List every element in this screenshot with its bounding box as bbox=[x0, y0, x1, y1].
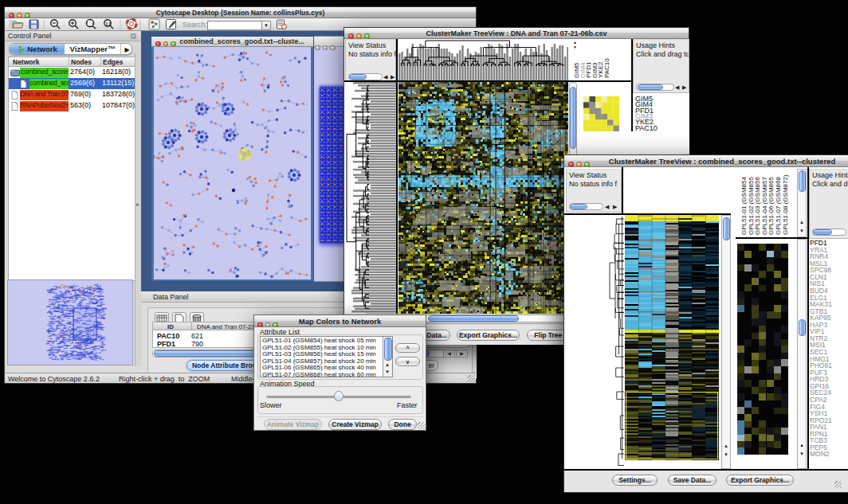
svg-text:1:1: 1:1 bbox=[106, 22, 112, 26]
